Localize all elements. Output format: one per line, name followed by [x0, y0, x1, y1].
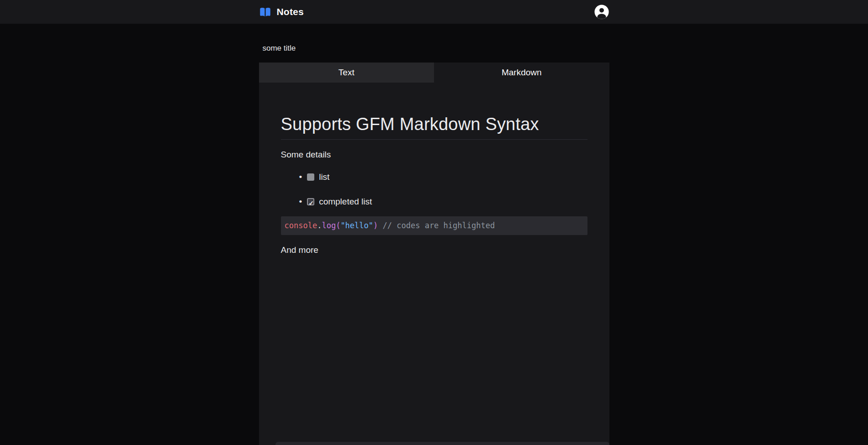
tab-text[interactable]: Text	[259, 63, 434, 83]
task-item: list	[299, 172, 587, 183]
code-token: log	[322, 221, 336, 230]
open-book-icon	[259, 6, 271, 18]
code-token: .	[317, 221, 322, 230]
preview-paragraph: Some details	[281, 150, 587, 160]
code-token: // codes are highlighted	[383, 221, 495, 230]
user-avatar-button[interactable]	[594, 4, 609, 20]
note-title: some title	[259, 44, 609, 53]
bottom-partial-bar	[275, 442, 609, 445]
preview-heading: Supports GFM Markdown Syntax	[281, 115, 587, 140]
preview-footer: And more	[281, 245, 587, 255]
code-token: (	[336, 221, 340, 230]
tab-markdown[interactable]: Markdown	[434, 63, 609, 83]
app-title: Notes	[277, 6, 304, 17]
header-inner: Notes	[259, 0, 609, 24]
code-block: console.log("hello") // codes are highli…	[281, 216, 587, 235]
note-panel: Text Markdown Supports GFM Markdown Synt…	[259, 63, 609, 445]
task-label: list	[319, 172, 329, 183]
task-item: completed list	[299, 196, 587, 207]
code-token	[378, 221, 382, 230]
task-list: list completed list	[281, 172, 587, 207]
code-token: "hello"	[340, 221, 373, 230]
tab-list: Text Markdown	[259, 63, 609, 83]
code-line: console.log("hello") // codes are highli…	[285, 221, 495, 230]
code-token: )	[373, 221, 378, 230]
task-checkbox-checked[interactable]	[307, 198, 314, 205]
brand: Notes	[259, 6, 304, 18]
app-header: Notes	[0, 0, 868, 24]
task-label: completed list	[319, 196, 372, 207]
user-avatar-icon	[594, 4, 609, 20]
task-checkbox-unchecked[interactable]	[307, 173, 314, 181]
markdown-preview: Supports GFM Markdown Syntax Some detail…	[259, 83, 609, 255]
main-content: some title Text Markdown Supports GFM Ma…	[259, 44, 609, 445]
code-token: console	[285, 221, 318, 230]
